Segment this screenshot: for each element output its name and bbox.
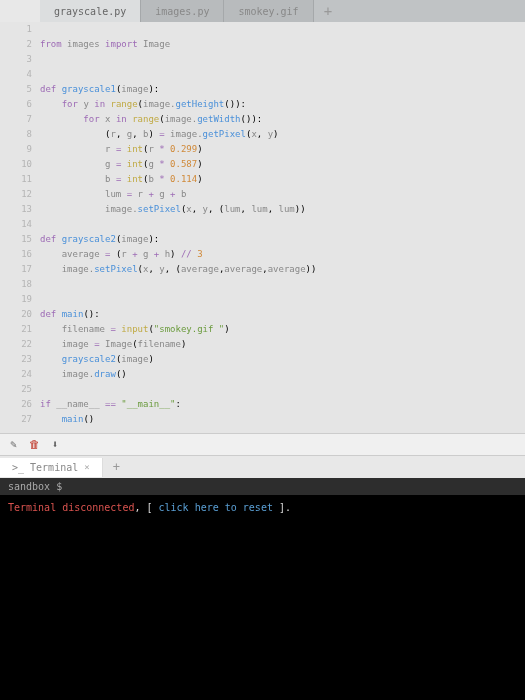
terminal-text: , [ xyxy=(134,502,158,513)
tab-add-button[interactable]: + xyxy=(314,0,342,22)
tab-grayscale[interactable]: grayscale.py xyxy=(40,0,141,22)
terminal-add-button[interactable]: + xyxy=(103,456,130,478)
terminal-panel[interactable]: sandbox $ Terminal disconnected, [ click… xyxy=(0,478,525,700)
terminal-header: sandbox $ xyxy=(0,478,525,495)
terminal-text: ]. xyxy=(273,502,291,513)
edit-icon[interactable]: ✎ xyxy=(10,438,17,451)
terminal-reset-link[interactable]: click here to reset xyxy=(159,502,273,513)
tab-images[interactable]: images.py xyxy=(141,0,224,22)
delete-icon[interactable]: 🗑 xyxy=(29,438,40,451)
close-icon[interactable]: × xyxy=(84,462,89,472)
tab-label: grayscale.py xyxy=(54,6,126,17)
terminal-body: Terminal disconnected, [ click here to r… xyxy=(0,495,525,521)
terminal-tab-bar: >_ Terminal × + xyxy=(0,455,525,478)
terminal-prompt-icon: >_ xyxy=(12,462,24,473)
tab-label: images.py xyxy=(155,6,209,17)
tab-smokey[interactable]: smokey.gif xyxy=(224,0,313,22)
terminal-tab[interactable]: >_ Terminal × xyxy=(0,458,103,477)
terminal-error-text: Terminal disconnected xyxy=(8,502,134,513)
code-editor[interactable]: 1234567891011121314151617181920212223242… xyxy=(0,22,525,433)
plus-icon: + xyxy=(324,3,332,19)
editor-toolbar: ✎ 🗑 ⬇ xyxy=(0,433,525,455)
download-icon[interactable]: ⬇ xyxy=(52,438,59,451)
plus-icon: + xyxy=(113,460,120,474)
editor-tab-bar: grayscale.py images.py smokey.gif + xyxy=(40,0,525,22)
line-gutter: 1234567891011121314151617181920212223242… xyxy=(0,22,40,427)
terminal-tab-label: Terminal xyxy=(30,462,78,473)
code-content[interactable]: from images import Imagedef grayscale1(i… xyxy=(40,22,525,427)
tab-label: smokey.gif xyxy=(238,6,298,17)
